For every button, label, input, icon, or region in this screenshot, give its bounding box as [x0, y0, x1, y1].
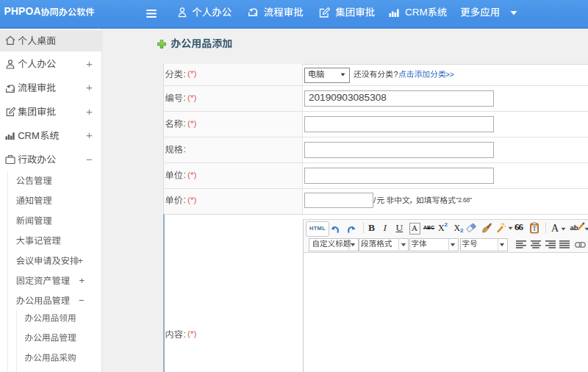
svg-text:T: T — [532, 226, 537, 232]
